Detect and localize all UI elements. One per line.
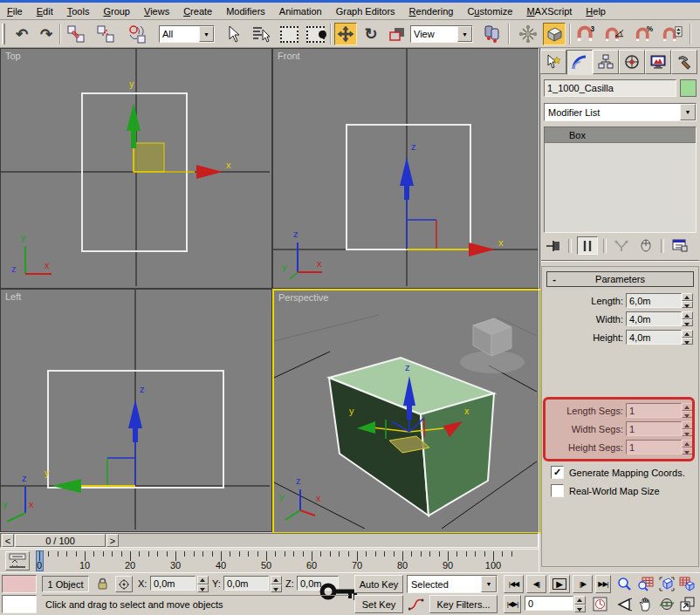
selection-lock-toggle[interactable]	[93, 576, 111, 592]
snaps-toggle-button[interactable]: 3	[574, 23, 597, 45]
viewport-perspective-canvas[interactable]: z y x z y x	[274, 290, 537, 529]
previous-frame-button[interactable]: ◀||	[526, 575, 546, 593]
x-coordinate-field[interactable]: 0,0m	[150, 576, 196, 591]
time-slider-prev-button[interactable]: <	[2, 534, 14, 547]
modifier-list-dropdown[interactable]: Modifier List ▼	[544, 103, 697, 121]
select-by-name-button[interactable]	[250, 23, 272, 45]
menu-file[interactable]: File	[0, 4, 30, 18]
y-coordinate-spinner[interactable]	[271, 576, 282, 592]
pin-stack-button[interactable]	[544, 237, 563, 254]
rollout-collapse-icon[interactable]: -	[547, 274, 561, 284]
field-of-view-button[interactable]	[614, 595, 635, 613]
maxscript-listener-macro-line[interactable]	[2, 575, 37, 593]
zoom-all-button[interactable]	[635, 575, 655, 593]
make-unique-button[interactable]	[612, 237, 631, 254]
menu-create[interactable]: Create	[176, 4, 219, 18]
key-filters-button[interactable]: Key Filters...	[429, 595, 498, 613]
next-frame-button[interactable]: ||▶	[573, 575, 593, 593]
width-segs-field[interactable]: 1	[626, 421, 682, 436]
set-key-button[interactable]: Set Key	[354, 595, 403, 613]
chevron-down-icon[interactable]: ▼	[680, 104, 696, 120]
select-and-manipulate-button[interactable]	[517, 23, 539, 45]
viewport-top-canvas[interactable]: y x y z x	[1, 49, 270, 286]
time-slider-handle[interactable]: 0 / 100	[15, 534, 106, 547]
menu-customize[interactable]: Customize	[460, 4, 519, 18]
configure-modifier-sets-button[interactable]	[669, 237, 690, 254]
width-spinner[interactable]	[682, 311, 693, 326]
absolute-offset-toggle[interactable]	[115, 576, 133, 592]
go-to-start-button[interactable]: |◀◀	[504, 575, 524, 593]
menu-maxscript[interactable]: MAXScript	[519, 4, 579, 18]
length-spinner[interactable]	[682, 293, 693, 308]
y-coordinate-field[interactable]: 0,0m	[223, 576, 269, 591]
length-segs-spinner[interactable]	[682, 403, 693, 418]
generate-mapping-coords-row[interactable]: ✓ Generate Mapping Coords.	[551, 466, 685, 479]
show-end-result-button[interactable]	[577, 236, 598, 255]
chevron-down-icon[interactable]: ▼	[457, 26, 472, 42]
modifier-stack[interactable]: Box	[544, 126, 697, 233]
tab-create[interactable]	[540, 50, 566, 74]
select-and-rotate-button[interactable]: ↻	[360, 23, 382, 45]
box-right-face[interactable]	[421, 393, 494, 516]
height-field[interactable]: 4,0m	[626, 330, 682, 345]
bind-to-space-warp-button[interactable]	[126, 23, 148, 45]
redo-button[interactable]: ↷	[35, 23, 58, 45]
pan-button[interactable]	[635, 595, 655, 613]
default-tangent-button[interactable]	[407, 595, 426, 613]
tab-motion[interactable]	[619, 50, 645, 74]
keyboard-shortcut-override-toggle[interactable]	[543, 23, 566, 45]
key-selection-dropdown[interactable]: Selected ▼	[407, 575, 498, 593]
zoom-extents-button[interactable]	[656, 575, 676, 593]
key-mode-toggle[interactable]: |◀▶|	[504, 595, 521, 613]
menu-tools[interactable]: Tools	[60, 4, 97, 18]
object-color-swatch[interactable]	[680, 79, 697, 97]
menu-group[interactable]: Group	[96, 4, 137, 18]
select-object-button[interactable]	[222, 23, 244, 45]
height-spinner[interactable]	[682, 330, 693, 345]
rectangular-selection-region-button[interactable]	[278, 23, 300, 45]
real-world-map-size-row[interactable]: Real-World Map Size	[551, 484, 660, 497]
window-crossing-toggle[interactable]	[304, 23, 326, 45]
object-name-field[interactable]: 1_1000_Casilla	[544, 79, 676, 97]
tab-modify[interactable]	[566, 50, 593, 75]
viewport-perspective[interactable]: Perspective	[272, 289, 542, 534]
generate-mapping-coords-checkbox[interactable]: ✓	[551, 466, 564, 479]
play-button[interactable]: ▶	[549, 575, 570, 593]
tab-hierarchy[interactable]	[593, 50, 619, 74]
trackbar-ruler[interactable]: 0102030405060708090100	[0, 550, 539, 572]
menu-views[interactable]: Views	[137, 4, 176, 18]
maximize-viewport-toggle[interactable]	[677, 595, 697, 613]
spinner-snap-toggle[interactable]	[661, 23, 683, 45]
viewport-top[interactable]: Top y x y z x	[0, 48, 272, 289]
width-field[interactable]: 4,0m	[626, 311, 682, 326]
viewport-front[interactable]: Front z x z y x	[272, 48, 540, 289]
length-segs-field[interactable]: 1	[626, 403, 682, 418]
current-frame-field[interactable]: 0	[525, 596, 573, 611]
menu-rendering[interactable]: Rendering	[402, 4, 461, 18]
selection-filter-dropdown[interactable]: All ▼	[159, 25, 215, 43]
real-world-map-size-checkbox[interactable]	[551, 484, 564, 497]
tab-display[interactable]	[645, 50, 671, 74]
select-and-scale-button[interactable]	[386, 23, 408, 45]
chevron-down-icon[interactable]: ▼	[199, 26, 214, 42]
angle-snap-toggle[interactable]	[603, 23, 626, 45]
arc-rotate-button[interactable]	[656, 595, 676, 613]
menu-modifiers[interactable]: Modifiers	[219, 4, 272, 18]
reference-coordinate-dropdown[interactable]: View ▼	[410, 25, 473, 43]
use-pivot-point-center-button[interactable]	[480, 23, 503, 45]
zoom-button[interactable]	[614, 575, 635, 593]
menu-graph-editors[interactable]: Graph Editors	[329, 4, 402, 18]
x-coordinate-spinner[interactable]	[197, 576, 209, 592]
auto-key-button[interactable]: Auto Key	[354, 575, 403, 593]
unlink-selection-button[interactable]	[94, 23, 117, 45]
zoom-extents-all-button[interactable]	[677, 575, 697, 593]
chevron-down-icon[interactable]: ▼	[481, 576, 497, 592]
menu-edit[interactable]: Edit	[30, 4, 60, 18]
tab-utilities[interactable]	[671, 50, 697, 74]
toolbar-grip[interactable]	[2, 24, 5, 44]
menu-animation[interactable]: Animation	[272, 4, 329, 18]
remove-modifier-button[interactable]	[636, 237, 655, 254]
time-slider-next-button[interactable]: >	[106, 534, 119, 547]
width-segs-spinner[interactable]	[682, 421, 693, 436]
length-field[interactable]: 6,0m	[626, 293, 682, 308]
